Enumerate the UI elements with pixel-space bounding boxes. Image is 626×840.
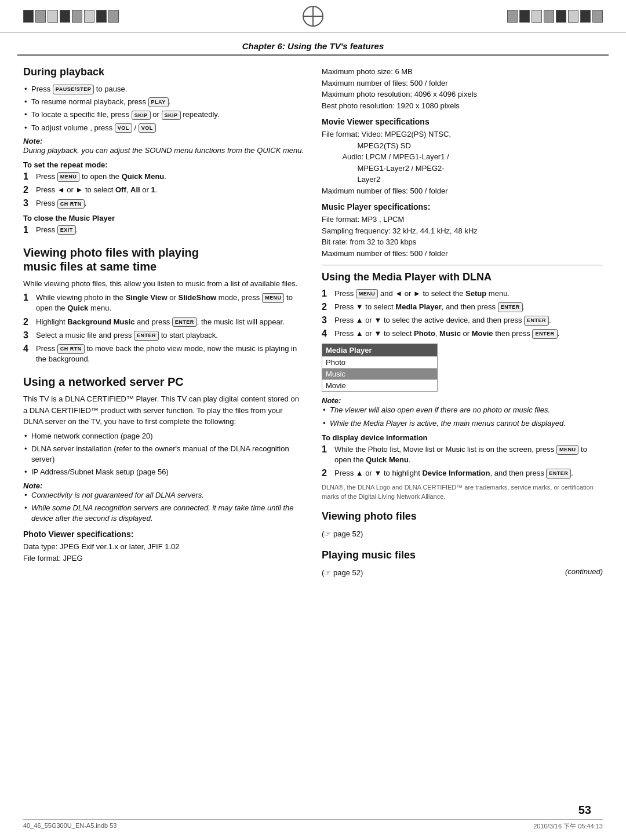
header-bar	[0, 0, 626, 33]
right-column: Maximum photo size: 6 MB Maximum number …	[322, 66, 603, 582]
photo-specs-continued: Maximum photo size: 6 MB Maximum number …	[322, 66, 603, 111]
enter-button: ENTER	[532, 329, 557, 339]
display-device-steps: 1 While the Photo list, Movie list or Mu…	[322, 444, 603, 479]
filmstrip-cell	[556, 10, 566, 23]
step-item: 3 Select a music file and press ENTER to…	[23, 330, 304, 341]
during-playback-heading: During playback	[23, 66, 304, 78]
filmstrip-cell	[72, 10, 82, 23]
bullet-item: To locate a specific file, press SKIP or…	[23, 109, 304, 120]
ch-rtn-button: CH RTN	[57, 344, 85, 354]
movie-specs-heading: Movie Viewer specifications	[322, 117, 603, 126]
bullet-item: To adjust volume , press VOL / VOL	[23, 123, 304, 133]
filmstrip-cell	[48, 10, 58, 23]
dlna-steps: 1 Press MENU and ◄ or ► to select the Se…	[322, 288, 603, 339]
bullet-item: Home network connection (page 20)	[23, 431, 304, 441]
filmstrip-cell	[592, 10, 603, 23]
media-player-movie-row[interactable]: Movie	[322, 379, 437, 391]
filmstrip-cell	[507, 10, 518, 23]
music-specs-heading: Music Player specifications:	[322, 202, 603, 211]
enter-button: ENTER	[134, 331, 159, 341]
chapter-title: Chapter 6: Using the TV's features	[17, 33, 609, 56]
media-player-music-row[interactable]: Music	[322, 368, 437, 379]
media-player-title: Media Player	[322, 344, 437, 356]
bullet-item: The viewer will also open even if there …	[322, 405, 603, 415]
menu-button: MENU	[556, 445, 579, 455]
bullet-item: To resume normal playback, press PLAY.	[23, 97, 304, 107]
skip-back-button: SKIP	[132, 111, 151, 120]
play-button: PLAY	[148, 97, 169, 107]
viewing-photos-subsection: Viewing photo files (☞ page 52)	[322, 510, 603, 540]
pause-step-button: PAUSE/STEP	[53, 85, 94, 94]
note-label: Note:	[23, 137, 304, 145]
networked-server-heading: Using a networked server PC	[23, 375, 304, 389]
viewing-photo-intro: While viewing photo files, this allow yo…	[23, 278, 304, 290]
viewing-photos-heading: Viewing photo files	[322, 510, 603, 523]
filmstrip-cell	[568, 10, 578, 23]
dlna-disclaimer: DLNA®, the DLNA Logo and DLNA CERTIFIED™…	[322, 483, 603, 501]
photo-specs-heading: Photo Viewer specifications:	[23, 529, 304, 539]
step-item: 2 Press ▲ or ▼ to highlight Device Infor…	[322, 468, 603, 479]
vol-up-button: VOL	[139, 123, 156, 133]
during-playback-bullets: Press PAUSE/STEP to pause. To resume nor…	[23, 84, 304, 133]
filmstrip-cell	[544, 10, 554, 23]
menu-button: MENU	[356, 289, 378, 299]
viewing-photo-section: Viewing photo files with playingmusic fi…	[23, 246, 304, 365]
main-content: During playback Press PAUSE/STEP to paus…	[0, 66, 626, 582]
filmstrip-cell	[580, 10, 591, 23]
footer: 40_46_55G300U_EN-A5.indb 53 2010/3/16 下午…	[23, 819, 603, 831]
close-music-heading: To close the Music Player	[23, 214, 304, 222]
enter-button: ENTER	[172, 317, 197, 327]
filmstrip-cell	[96, 10, 107, 23]
networked-server-intro: This TV is a DLNA CERTIFIED™ Player. Thi…	[23, 393, 304, 428]
networked-server-section: Using a networked server PC This TV is a…	[23, 375, 304, 564]
photo-specs-text: Data type: JPEG Exif ver.1.x or later, J…	[23, 541, 304, 564]
step-item: 4 Press ▲ or ▼ to select Photo, Music or…	[322, 328, 603, 339]
filmstrip-right	[507, 10, 603, 23]
step-item: 1 Press MENU to open the Quick Menu.	[23, 171, 304, 182]
bullet-item: While some DLNA recognition servers are …	[23, 503, 304, 524]
repeat-mode-heading: To set the repeat mode:	[23, 160, 304, 169]
bullet-item: Press PAUSE/STEP to pause.	[23, 84, 304, 94]
step-item: 1 While viewing photo in the Single View…	[23, 293, 304, 313]
bullet-item: Connectivity is not guaranteed for all D…	[23, 490, 304, 501]
page-number: 53	[578, 804, 591, 817]
photo-specs-more: Maximum photo size: 6 MB Maximum number …	[322, 66, 603, 111]
filmstrip-cell	[60, 10, 70, 23]
step-item: 1 While the Photo list, Movie list or Mu…	[322, 444, 603, 465]
menu-button: MENU	[57, 172, 80, 182]
bullet-item: While the Media Player is active, the ma…	[322, 418, 603, 429]
movie-specs-text: File format: Video: MPEG2(PS) NTSC, MPEG…	[322, 129, 603, 196]
playing-music-footer: (☞ page 52) (continued)	[322, 567, 603, 582]
playing-music-heading: Playing music files	[322, 549, 603, 561]
step-item: 4 Press CH RTN to move back the photo vi…	[23, 344, 304, 364]
filmstrip-cell	[84, 10, 94, 23]
step-item: 3 Press CH RTN.	[23, 198, 304, 209]
networked-note-bullets: Connectivity is not guaranteed for all D…	[23, 490, 304, 524]
step-item: 1 Press MENU and ◄ or ► to select the Se…	[322, 288, 603, 299]
networked-server-bullets: Home network connection (page 20) DLNA s…	[23, 431, 304, 478]
continued-label: (continued)	[565, 567, 603, 576]
viewing-photos-ref: (☞ page 52)	[322, 528, 603, 540]
filmstrip-cell	[519, 10, 530, 23]
ch-rtn-button: CH RTN	[57, 199, 85, 209]
exit-button: EXIT	[57, 225, 76, 235]
header-center	[119, 6, 507, 27]
bullet-item: IP Address/Subnet Mask setup (page 56)	[23, 467, 304, 477]
enter-button: ENTER	[546, 469, 571, 479]
filmstrip-left	[23, 10, 119, 23]
press-text: Press ▼ to select Media Player, and then…	[334, 302, 603, 312]
filmstrip-cell	[23, 10, 34, 23]
enter-button: ENTER	[498, 302, 523, 312]
footer-right: 2010/3/16 下午 05:44:13	[533, 822, 603, 831]
step-item: 3 Press ▲ or ▼ to selec the active devic…	[322, 315, 603, 326]
enter-button: ENTER	[524, 316, 549, 326]
dlna-note-label: Note:	[322, 396, 603, 405]
bullet-item: DLNA server installation (refer to the o…	[23, 444, 304, 465]
media-player-photo-row[interactable]: Photo	[322, 356, 437, 368]
close-music-steps: 1 Press EXIT.	[23, 225, 304, 235]
footer-left: 40_46_55G300U_EN-A5.indb 53	[23, 822, 117, 831]
playing-music-ref: (☞ page 52)	[322, 567, 363, 579]
filmstrip-cell	[35, 10, 46, 23]
filmstrip-cell	[532, 10, 542, 23]
step-item: 1 Press EXIT.	[23, 225, 304, 235]
